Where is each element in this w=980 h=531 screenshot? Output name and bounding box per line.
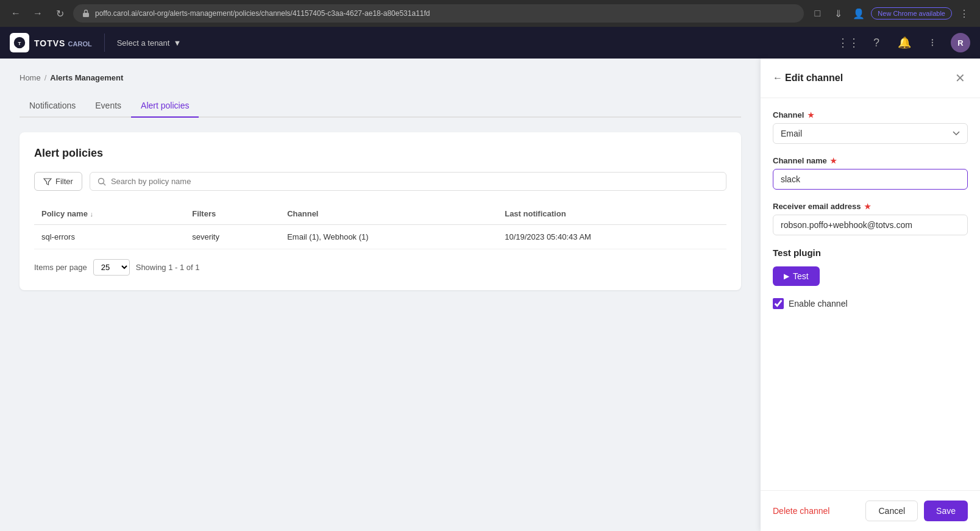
receiver-email-field-group: Receiver email address ★ [773,202,968,235]
apps-icon-btn[interactable]: ⁝ [923,33,942,52]
filter-button[interactable]: Filter [34,172,82,191]
svg-rect-0 [83,13,89,17]
search-input[interactable] [111,177,719,186]
test-btn-label: Test [793,271,809,281]
svg-point-3 [98,178,104,184]
browser-chrome: ← → ↻ poffo.carol.ai/carol-org/alerts-ma… [0,0,980,27]
cancel-button[interactable]: Cancel [865,501,918,521]
url-text: poffo.carol.ai/carol-org/alerts-manageme… [95,9,430,18]
tenant-selector[interactable]: Select a tenant ▼ [117,38,182,48]
tab-notifications[interactable]: Notifications [20,94,85,118]
cell-policy-name: sql-errors [34,225,185,249]
channel-name-required-star: ★ [830,157,837,165]
channel-name-input[interactable] [773,169,968,190]
page-content: Home / Alerts Management Notifications E… [0,59,980,531]
app-header: T TOTVS CAROL Select a tenant ▼ ⋮⋮ ? 🔔 ⁝… [0,27,980,59]
tabs: Notifications Events Alert policies [20,94,741,118]
enable-channel-label[interactable]: Enable channel [789,299,848,308]
header-right: ⋮⋮ ? 🔔 ⁝ R [839,33,970,52]
grid-icon-btn[interactable]: ⋮⋮ [839,33,858,52]
delete-channel-button[interactable]: Delete channel [773,506,829,516]
notifications-icon-btn[interactable]: 🔔 [895,33,914,52]
tab-events[interactable]: Events [85,94,131,118]
items-per-page-label: Items per page [34,263,87,272]
back-arrow-icon: ← [773,73,783,84]
channel-required-star: ★ [808,111,814,119]
help-icon-btn[interactable]: ? [867,33,886,52]
breadcrumb-sep: / [44,73,47,82]
filter-icon [43,177,52,186]
test-plugin-group: Test plugin ▶ Test [773,248,968,286]
tenant-chevron-icon: ▼ [173,38,181,48]
logo-sub: CAROL [68,40,92,48]
cell-last-notification: 10/19/2023 05:40:43 AM [497,225,726,249]
address-bar: poffo.carol.ai/carol-org/alerts-manageme… [73,4,804,23]
browser-menu-btn[interactable]: ⋮ [956,5,973,22]
panel-body: Channel ★ Email Webhook Slack PagerDuty … [761,98,980,490]
logo-text-group: TOTVS CAROL [34,38,92,48]
search-box [90,172,726,191]
panel-header: ← Edit channel ✕ [761,59,980,98]
extensions-btn[interactable]: □ [809,5,826,22]
panel-header-left: ← Edit channel [773,73,843,84]
svg-text:T: T [18,41,21,46]
browser-right-icons: □ ⇓ 👤 New Chrome available ⋮ [809,5,973,22]
breadcrumb-home[interactable]: Home [20,73,41,82]
table-body: sql-errors severity Email (1), Webhook (… [34,225,726,249]
cell-channel: Email (1), Webhook (1) [280,225,497,249]
policies-table: Policy name ↓ Filters Channel Last notif… [34,203,726,249]
panel-title: Edit channel [785,73,843,84]
back-button[interactable]: ← Edit channel [773,73,843,84]
forward-nav-btn[interactable]: → [29,5,46,22]
toolbar: Filter [34,172,726,191]
channel-select[interactable]: Email Webhook Slack PagerDuty [773,123,968,144]
col-policy-name: Policy name ↓ [34,203,185,225]
filter-label: Filter [55,177,73,186]
showing-text: Showing 1 - 1 of 1 [136,263,200,272]
main-area: Home / Alerts Management Notifications E… [0,59,761,531]
totvs-logo-svg: T [13,36,26,49]
close-panel-button[interactable]: ✕ [953,68,968,88]
table-row[interactable]: sql-errors severity Email (1), Webhook (… [34,225,726,249]
table-header-row: Policy name ↓ Filters Channel Last notif… [34,203,726,225]
channel-name-label: Channel name ★ [773,156,968,165]
pagination-bar: Items per page 25 10 50 100 Showing 1 - … [34,259,726,276]
play-icon: ▶ [784,272,789,280]
download-btn[interactable]: ⇓ [829,5,847,22]
channel-name-field-group: Channel name ★ [773,156,968,190]
channel-field-group: Channel ★ Email Webhook Slack PagerDuty [773,110,968,144]
breadcrumb-current: Alerts Management [50,73,123,82]
tab-alert-policies[interactable]: Alert policies [131,94,199,118]
profile-btn[interactable]: 👤 [850,5,867,22]
enable-channel-checkbox[interactable] [773,298,784,309]
test-button[interactable]: ▶ Test [773,266,820,286]
receiver-email-label: Receiver email address ★ [773,202,968,211]
col-filters: Filters [185,203,280,225]
app-logo: T TOTVS CAROL [10,33,92,52]
svg-line-4 [103,183,105,185]
search-icon [98,177,106,186]
footer-right-buttons: Cancel Save [865,501,968,521]
enable-channel-group: Enable channel [773,298,968,309]
header-divider [104,34,105,52]
user-avatar[interactable]: R [951,33,970,52]
items-per-page-select[interactable]: 25 10 50 100 [93,259,130,276]
reload-btn[interactable]: ↻ [51,5,68,22]
receiver-email-required-star: ★ [864,202,871,211]
col-channel: Channel [280,203,497,225]
channel-label: Channel ★ [773,110,968,119]
back-nav-btn[interactable]: ← [7,5,24,22]
breadcrumb: Home / Alerts Management [20,73,741,82]
save-button[interactable]: Save [924,501,968,521]
card-title: Alert policies [34,147,726,160]
lock-icon [82,9,90,18]
receiver-email-input[interactable] [773,215,968,235]
edit-channel-panel: ← Edit channel ✕ Channel ★ Email Webhook… [761,59,980,531]
tenant-text: Select a tenant [117,38,170,48]
test-plugin-title: Test plugin [773,248,968,258]
logo-text: TOTVS [34,38,65,48]
panel-footer: Delete channel Cancel Save [761,490,980,531]
sort-icon: ↓ [90,210,94,218]
new-chrome-btn[interactable]: New Chrome available [871,7,952,20]
logo-icon: T [10,33,29,52]
